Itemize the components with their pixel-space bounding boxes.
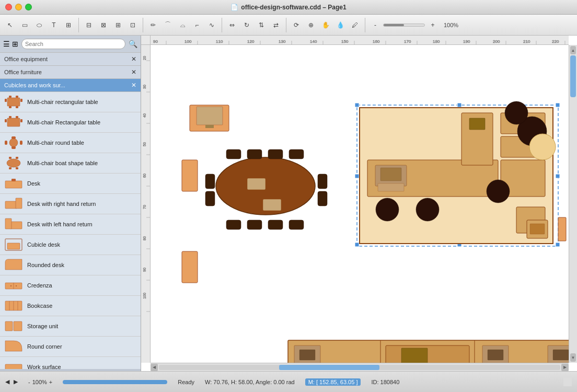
zoom-percent-button[interactable]: 100% — [441, 18, 461, 32]
arc-button[interactable]: ⌓ — [176, 18, 189, 32]
text-button[interactable]: T — [47, 18, 61, 32]
sidebar-item-multi-chair-round[interactable]: Multi-chair round table — [0, 133, 141, 153]
sidebar-item-desk-left[interactable]: Desk with left hand return — [0, 214, 141, 235]
category-collapse-icon[interactable]: ✕ — [131, 55, 136, 63]
status-ready: Ready — [178, 379, 194, 385]
scrollbar-track-h[interactable] — [159, 365, 560, 370]
view-toggle[interactable]: ☰ ⊞ — [3, 40, 18, 48]
item-icon-round-corner — [4, 339, 23, 354]
scroll-down-button[interactable]: ▼ — [570, 353, 576, 362]
sidebar-item-work-surface[interactable]: Work surface — [0, 357, 141, 369]
svg-rect-40 — [5, 364, 22, 369]
pen-tool-button[interactable]: ✏ — [146, 18, 160, 32]
scroll-up-button[interactable]: ▲ — [570, 46, 576, 54]
window-controls[interactable] — [5, 4, 32, 10]
sidebar-scrollbar[interactable] — [0, 369, 141, 371]
scrollbar-thumb-horizontal[interactable] — [279, 365, 379, 370]
maximize-button[interactable] — [25, 4, 32, 10]
svg-rect-4 — [16, 96, 18, 98]
svg-rect-117 — [556, 243, 560, 247]
list-view-icon[interactable]: ☰ — [3, 40, 10, 48]
sidebar-category-cubicles[interactable]: Cubicles and work sur... ✕ — [0, 79, 141, 92]
svg-text:140: 140 — [310, 39, 317, 44]
mirror-button[interactable]: ⇄ — [269, 18, 283, 32]
close-button[interactable] — [5, 4, 12, 10]
zoom-out-button[interactable]: - — [368, 18, 382, 32]
ellipse-button[interactable]: ⬭ — [32, 18, 46, 32]
canvas-area[interactable]: 90 100 110 120 130 140 150 160 170 180 1… — [141, 36, 577, 371]
group-button[interactable]: ⊞ — [62, 18, 75, 32]
grid-button[interactable]: ⊞ — [111, 18, 125, 32]
curve-button[interactable]: ⌒ — [161, 18, 175, 32]
sidebar-item-multi-chair-rect2[interactable]: Multi-chair Rectangular table — [0, 112, 141, 133]
svg-rect-98 — [268, 220, 283, 229]
svg-rect-38 — [5, 321, 13, 331]
item-label-desk: Desk — [27, 180, 40, 187]
flip-button[interactable]: ⇅ — [255, 18, 268, 32]
sidebar-item-storage-unit[interactable]: Storage unit — [0, 316, 141, 337]
rotate-button[interactable]: ↻ — [240, 18, 253, 32]
svg-rect-14 — [11, 146, 16, 149]
item-icon-credenza — [4, 278, 23, 293]
refresh-button[interactable]: ⟳ — [290, 18, 303, 32]
zoom-plus-button[interactable]: + — [49, 379, 52, 385]
sidebar-header: ☰ ⊞ 🔍 — [0, 36, 141, 53]
minimize-button[interactable] — [15, 4, 22, 10]
item-label-credenza: Credenza — [27, 282, 52, 289]
page-prev-button[interactable]: ◀ — [5, 378, 9, 385]
canvas-drawing[interactable] — [151, 45, 569, 363]
sidebar-list: Office equipment ✕ Office furniture ✕ Cu… — [0, 53, 141, 369]
svg-text:110: 110 — [216, 39, 223, 44]
pan-button[interactable]: ✋ — [319, 18, 332, 32]
sidebar-item-multi-chair-rect[interactable]: Multi-chair rectangular table — [0, 92, 141, 112]
svg-rect-29 — [7, 243, 20, 249]
sidebar-item-bookcase[interactable]: Bookcase — [0, 296, 141, 316]
sidebar-item-round-corner[interactable]: Round corner — [0, 337, 141, 357]
category-collapse-icon-3[interactable]: ✕ — [131, 82, 136, 89]
sidebar-item-rounded-desk[interactable]: Rounded desk — [0, 255, 141, 275]
svg-rect-22 — [5, 181, 22, 188]
svg-text:20: 20 — [143, 56, 146, 60]
status-dimensions: W: 70.76, H: 58.00, Angle: 0.00 rad — [205, 379, 295, 385]
sidebar-category-office-furniture[interactable]: Office furniture ✕ — [0, 66, 141, 79]
sidebar-category-office-equipment[interactable]: Office equipment ✕ — [0, 53, 141, 66]
svg-rect-145 — [553, 350, 569, 360]
category-collapse-icon-2[interactable]: ✕ — [131, 68, 136, 76]
svg-text:90: 90 — [153, 39, 158, 44]
scrollbar-vertical[interactable]: ▲ ▼ — [569, 45, 577, 363]
eyedrop-button[interactable]: 💧 — [333, 18, 347, 32]
svg-rect-5 — [9, 106, 11, 108]
separator-5 — [365, 18, 365, 32]
scrollbar-horizontal[interactable]: ◀ ▶ — [151, 363, 569, 371]
zoom-fit-button[interactable]: ⊕ — [304, 18, 318, 32]
grid-view-icon[interactable]: ⊞ — [12, 40, 18, 48]
svg-rect-6 — [16, 106, 18, 108]
snap-button[interactable]: ⊡ — [126, 18, 140, 32]
zoom-slider[interactable] — [383, 24, 425, 27]
page-next-button[interactable]: ▶ — [14, 378, 18, 385]
zoom-in-button[interactable]: + — [426, 18, 440, 32]
sidebar-item-multi-chair-boat[interactable]: Multi-chair boat shape table — [0, 153, 141, 174]
bezier-button[interactable]: ∿ — [205, 18, 218, 32]
scroll-left-button[interactable]: ◀ — [151, 364, 158, 371]
search-input[interactable] — [21, 39, 125, 49]
rect-select-button[interactable]: ▭ — [18, 18, 31, 32]
zoom-minus-button[interactable]: - — [28, 379, 30, 385]
align-button[interactable]: ⊟ — [82, 18, 96, 32]
sidebar-item-desk[interactable]: Desk — [0, 174, 141, 194]
polyline-button[interactable]: ⌐ — [190, 18, 204, 32]
sidebar-item-credenza[interactable]: Credenza — [0, 275, 141, 296]
sidebar-item-desk-right[interactable]: Desk with right hand return — [0, 194, 141, 214]
scroll-right-button[interactable]: ▶ — [561, 364, 569, 371]
distribute-button[interactable]: ⊠ — [97, 18, 110, 32]
select-tool-button[interactable]: ↖ — [3, 18, 17, 32]
svg-rect-127 — [378, 183, 404, 191]
separator-4 — [286, 18, 286, 32]
resize-handle[interactable] — [563, 378, 572, 386]
scrollbar-thumb-vertical[interactable] — [570, 55, 576, 97]
sidebar-item-cubicle-desk[interactable]: Cubicle desk — [0, 235, 141, 255]
pen2-button[interactable]: 🖊 — [348, 18, 362, 32]
move-button[interactable]: ⇔ — [225, 18, 239, 32]
item-label-multi-chair-rect: Multi-chair rectangular table — [27, 99, 98, 105]
zoom-control: - 100% + — [28, 379, 52, 385]
